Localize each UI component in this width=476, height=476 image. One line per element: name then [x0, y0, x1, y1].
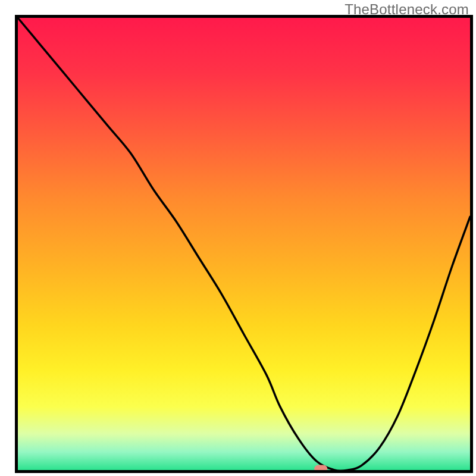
watermark-text: TheBottleneck.com [345, 1, 469, 18]
plot-background [18, 18, 470, 470]
bottleneck-chart [0, 0, 476, 476]
chart-container: TheBottleneck.com [0, 0, 476, 476]
